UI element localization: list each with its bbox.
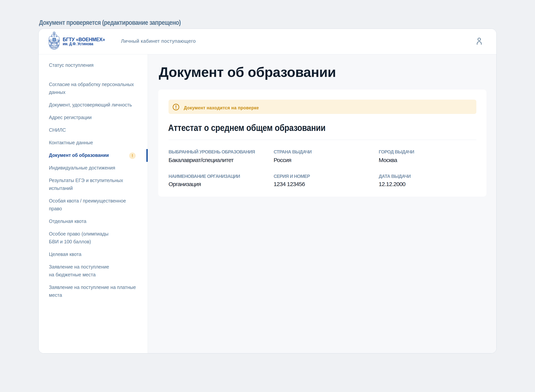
svg-text:им. Д.Ф. Устинова: им. Д.Ф. Устинова	[52, 48, 56, 49]
svg-text:ВОЕНМЕХ: ВОЕНМЕХ	[51, 47, 57, 48]
